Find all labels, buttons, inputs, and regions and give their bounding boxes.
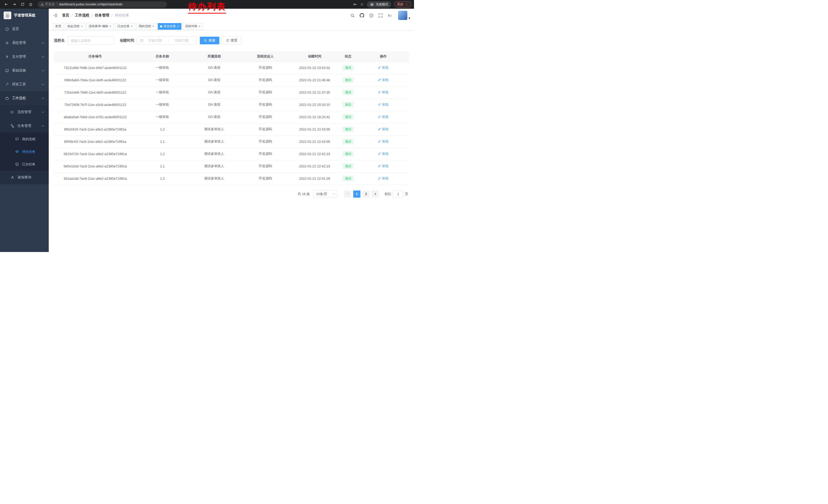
- sidebar-item-task-mgmt[interactable]: 任务管理: [0, 119, 49, 133]
- approve-button[interactable]: 审批: [378, 127, 388, 132]
- forward-icon[interactable]: [11, 1, 18, 8]
- approve-label: 审批: [382, 139, 388, 144]
- font-size-icon[interactable]: TT: [387, 13, 392, 18]
- breadcrumb-item[interactable]: 首页: [62, 13, 69, 18]
- created-cell: 2022-01-22 21:37:30: [291, 86, 339, 98]
- approve-button[interactable]: 审批: [378, 164, 388, 169]
- close-icon[interactable]: ×: [131, 25, 133, 28]
- tab-form-edit[interactable]: 流程表单-编辑 ×: [86, 23, 114, 30]
- close-icon[interactable]: ×: [199, 25, 201, 28]
- caret-down-icon: [408, 18, 410, 19]
- tab-label: 流程详情: [185, 24, 197, 29]
- close-icon[interactable]: ×: [110, 25, 112, 28]
- approve-button[interactable]: 审批: [378, 114, 388, 119]
- tag-view-bar: 首页 发起流程 × 流程表单-编辑 × 已办任务 × 我的流程 × 待办任务 ×: [49, 22, 414, 31]
- bookmark-star-icon[interactable]: ☆: [360, 2, 364, 6]
- close-icon[interactable]: ×: [152, 25, 155, 28]
- pagination: 共 16 条 10条/页 1 2 前往 页: [54, 190, 408, 198]
- sidebar-item-home[interactable]: 首页: [0, 22, 49, 36]
- sidebar-item-workflow[interactable]: 工作流程: [0, 91, 49, 105]
- reset-button-label: 重置: [231, 38, 237, 43]
- breadcrumb-item[interactable]: 工作流程: [75, 13, 89, 18]
- tab-my-process[interactable]: 我的流程 ×: [136, 23, 157, 30]
- close-icon[interactable]: ×: [177, 25, 179, 28]
- update-button[interactable]: 更新 ⋮: [394, 1, 411, 8]
- edit-icon: [378, 66, 381, 69]
- tab-home[interactable]: 首页: [53, 23, 64, 30]
- user-avatar[interactable]: [398, 11, 407, 20]
- user-menu[interactable]: [398, 11, 410, 20]
- approve-button[interactable]: 审批: [378, 90, 388, 95]
- range-separator: -: [167, 39, 170, 43]
- page-button-1[interactable]: 1: [353, 190, 360, 198]
- actions-cell: 审批: [358, 74, 409, 86]
- approve-button[interactable]: 审批: [378, 176, 388, 181]
- process-name-input[interactable]: [68, 36, 114, 45]
- tab-todo-tasks[interactable]: 待办任务 ×: [158, 23, 181, 30]
- edit-icon: [378, 140, 381, 143]
- not-secure-warning[interactable]: 不安全: [41, 2, 55, 7]
- help-icon[interactable]: ?: [369, 13, 373, 18]
- status-badge: 激活: [342, 65, 354, 71]
- sidebar-item-process-mgmt[interactable]: 流程管理: [0, 105, 49, 119]
- tab-process-detail[interactable]: 流程详情 ×: [182, 23, 203, 30]
- tab-label: 首页: [55, 24, 61, 29]
- incognito-label: 无痕模式: [376, 2, 388, 7]
- sidebar-item-payment[interactable]: ¥ 支付管理: [0, 50, 49, 63]
- approve-button[interactable]: 审批: [378, 151, 388, 156]
- tab-done-tasks[interactable]: 已办任务 ×: [115, 23, 135, 30]
- sidebar-item-infra[interactable]: 基础设施: [0, 63, 49, 78]
- process-cell: OA 请假: [188, 98, 240, 111]
- app-logo[interactable]: 芋道管理系统: [0, 9, 49, 22]
- omnibox-divider: [57, 3, 57, 6]
- reload-icon[interactable]: [19, 1, 26, 8]
- task-name-cell: 一级审批: [136, 74, 188, 86]
- sidebar-item-leave-query[interactable]: 请假查询: [0, 171, 49, 184]
- fullscreen-icon[interactable]: [378, 13, 383, 18]
- todo-task-table: 任务编号 任务名称 所属流程 流程发起人 创建时间 状态 操作 73211d9d…: [54, 51, 409, 185]
- sidebar-item-done-tasks[interactable]: 已办任务: [0, 158, 49, 171]
- sidebar-fold-icon[interactable]: [49, 9, 62, 22]
- next-page-button[interactable]: [372, 190, 379, 198]
- task-id-cell: a6aba0a4-7b6d-11ec-b781-acde48001122: [54, 111, 136, 123]
- date-range-picker[interactable]: 开始日期 - 结束日期: [137, 36, 197, 45]
- address-bar[interactable]: 不安全 dashboard.yudao.iocoder.cn/bpm/task/…: [37, 1, 167, 8]
- table-row: 75d72608-7b7f-11ec-a3c8-acde48001122一级审批…: [54, 98, 409, 111]
- sidebar-item-todo-tasks[interactable]: 待办任务: [0, 145, 49, 158]
- search-button[interactable]: 搜索: [200, 37, 219, 44]
- github-icon[interactable]: [360, 13, 364, 18]
- sidebar-item-my-process[interactable]: 我的流程: [0, 133, 49, 145]
- page-button-2[interactable]: 2: [363, 190, 370, 198]
- approve-button[interactable]: 审批: [378, 139, 388, 144]
- search-icon: [204, 39, 207, 42]
- search-icon[interactable]: [350, 13, 355, 18]
- sidebar-item-devtools[interactable]: 研发工具: [0, 78, 49, 91]
- table-row: 381aa1dd-7ac8-11ec-a9e2-a2380e71991a1.2测…: [54, 172, 409, 185]
- breadcrumb-item[interactable]: 任务管理: [95, 13, 109, 18]
- task-id-cell: 381aa1dd-7ac8-11ec-a9e2-a2380e71991a: [54, 172, 136, 185]
- close-icon[interactable]: ×: [81, 25, 83, 28]
- chevron-right-icon: [374, 192, 377, 195]
- actions-cell: 审批: [358, 111, 409, 123]
- tab-start-process[interactable]: 发起流程 ×: [65, 23, 85, 30]
- key-icon[interactable]: [353, 2, 357, 6]
- svg-text:T: T: [390, 15, 392, 17]
- approve-button[interactable]: 审批: [378, 65, 388, 70]
- yen-icon: ¥: [5, 55, 9, 59]
- approve-button[interactable]: 审批: [378, 102, 388, 107]
- approve-button[interactable]: 审批: [378, 78, 388, 82]
- goto-page-input[interactable]: [393, 190, 403, 198]
- sidebar-item-system[interactable]: 系统管理: [0, 36, 49, 50]
- browser-menu-icon[interactable]: ⋮: [405, 3, 409, 6]
- prev-page-button[interactable]: [344, 190, 351, 198]
- sidebar-item-label: 任务管理: [17, 124, 31, 128]
- page-size-select[interactable]: 10条/页: [314, 190, 337, 198]
- status-badge: 激活: [342, 89, 354, 95]
- back-icon[interactable]: [3, 1, 10, 8]
- home-icon[interactable]: [27, 1, 34, 8]
- sidebar-item-label: 请假查询: [17, 175, 31, 180]
- filter-form: 流程名 创建时间 开始日期 - 结束日期 搜索 重置: [54, 36, 409, 45]
- sidebar: 芋道管理系统 首页 系统管理 ¥ 支付管理 基础设施: [0, 9, 49, 252]
- reset-button[interactable]: 重置: [222, 37, 241, 44]
- process-cell: 测试多审批人: [188, 172, 240, 185]
